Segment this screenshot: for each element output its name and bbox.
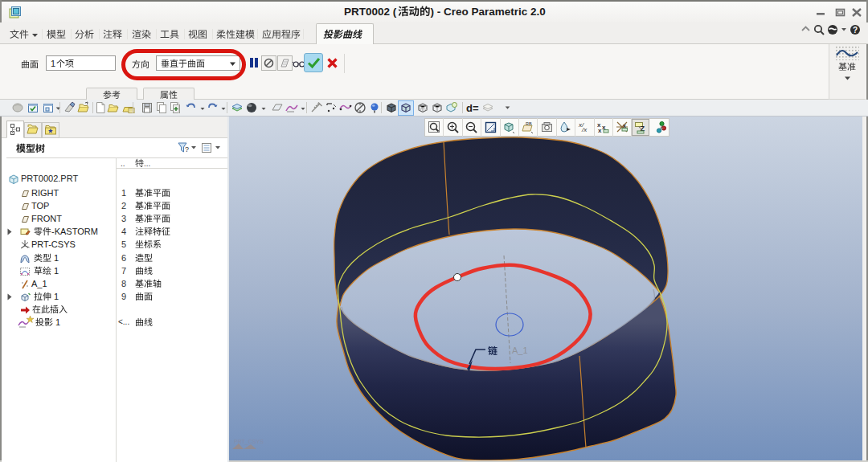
svg-text:/x: /x <box>581 126 588 133</box>
svg-text:?: ? <box>185 145 189 153</box>
svg-text:?: ? <box>853 26 858 35</box>
svg-text:RB: RB <box>526 121 532 126</box>
svg-text:A_1: A_1 <box>512 345 528 355</box>
svg-text:x: x <box>598 127 602 134</box>
svg-text:PRT_CSYS: PRT_CSYS <box>234 439 264 445</box>
svg-text:x: x <box>623 123 626 129</box>
